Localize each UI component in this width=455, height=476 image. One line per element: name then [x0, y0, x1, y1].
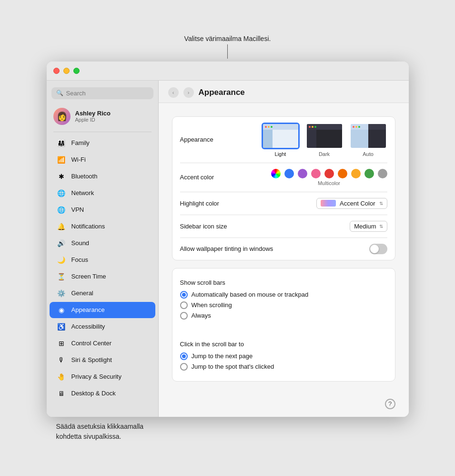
appearance-thumb-light[interactable] — [262, 123, 300, 149]
accent-row — [271, 169, 387, 178]
sidebar-icon-size-row: Sidebar icon size Medium ⇅ — [180, 215, 387, 238]
scroll-always-radio[interactable] — [180, 312, 188, 320]
sidebar-label-accessibility: Accessibility — [71, 323, 105, 330]
accessibility-icon: ♿ — [56, 321, 67, 332]
desktop-icon: 🖥 — [56, 388, 67, 399]
search-input[interactable] — [66, 90, 149, 97]
sidebar-user[interactable]: 👩 Ashley Rico Apple ID — [47, 104, 158, 129]
sidebar-item-notifications[interactable]: 🔔Notifications — [50, 218, 155, 235]
sidebar-item-desktop[interactable]: 🖥Desktop & Dock — [50, 385, 155, 402]
sidebar-label-siri: Siri & Spotlight — [71, 356, 112, 363]
sidebar-item-siri[interactable]: 🎙Siri & Spotlight — [50, 352, 155, 368]
accent-swatch-blue[interactable] — [284, 169, 294, 178]
callout-bottom: Säädä asetuksia klikkaamalla kohdetta si… — [56, 422, 144, 442]
sidebar-label-general: General — [71, 290, 93, 297]
appearance-option-light[interactable]: Light — [262, 123, 300, 157]
siri-icon: 🎙 — [56, 355, 67, 365]
accent-swatch-pink[interactable] — [311, 169, 321, 178]
sound-icon: 🔊 — [56, 238, 67, 248]
show-scroll-bars-label: Show scroll bars — [180, 279, 309, 286]
sidebar-item-screentime[interactable]: ⏳Screen Time — [50, 269, 155, 285]
sidebar-item-general[interactable]: ⚙️General — [50, 285, 155, 301]
general-icon: ⚙️ — [56, 288, 67, 299]
sidebar-label-vpn: VPN — [71, 206, 84, 213]
sidebar-label-wifi: Wi-Fi — [71, 156, 86, 163]
panel-title: Appearance — [199, 88, 245, 97]
bluetooth-icon: ✱ — [56, 171, 67, 182]
scroll-auto-radio[interactable] — [180, 291, 188, 299]
sidebar-item-focus[interactable]: 🌙Focus — [50, 252, 155, 268]
appearance-thumb-dark[interactable] — [305, 123, 344, 149]
click-scroll-bar-row: Click in the scroll bar to Jump to the n… — [180, 330, 387, 381]
scroll-bars-section: Show scroll bars Automatically based on … — [172, 268, 395, 382]
network-icon: 🌐 — [56, 188, 67, 198]
appearance-section: Appearance — [172, 116, 395, 260]
sidebar-item-privacy[interactable]: 🤚Privacy & Security — [50, 369, 155, 385]
sidebar-label-appearance: Appearance — [71, 306, 105, 313]
appearance-thumb-auto[interactable] — [349, 123, 387, 149]
callout-top: Valitse värimaailma Macillesi. — [184, 35, 271, 59]
highlight-color-value: Accent Color — [340, 200, 375, 207]
appearance-option-auto[interactable]: Auto — [349, 123, 387, 157]
click-clickspot-label: Jump to the spot that's clicked — [192, 363, 274, 370]
sidebar-icon-size-select[interactable]: Medium ⇅ — [350, 221, 387, 232]
sidebar-item-accessibility[interactable]: ♿Accessibility — [50, 319, 155, 335]
scroll-always-label: Always — [192, 312, 211, 319]
highlight-color-picker[interactable]: Accent Color ⇅ — [316, 198, 387, 209]
panel-bottom-area: ? — [159, 395, 409, 417]
sidebar-item-appearance[interactable]: ◉Appearance — [50, 302, 155, 318]
back-button[interactable]: ‹ — [168, 87, 179, 98]
scroll-scrolling-option[interactable]: When scrolling — [180, 301, 309, 309]
sidebar-item-vpn[interactable]: 🌐VPN — [50, 202, 155, 218]
user-name: Ashley Rico — [75, 110, 111, 117]
appearance-row: Appearance — [180, 117, 387, 163]
appearance-option-dark[interactable]: Dark — [305, 123, 344, 157]
close-button[interactable] — [53, 68, 60, 74]
maximize-button[interactable] — [73, 68, 80, 74]
screentime-icon: ⏳ — [56, 271, 67, 282]
scroll-scrolling-radio[interactable] — [180, 301, 188, 309]
sidebar-item-sound[interactable]: 🔊Sound — [50, 235, 155, 251]
sidebar: 🔍 👩 Ashley Rico Apple ID 👨‍👩‍👧Family📶Wi-… — [47, 81, 159, 417]
sidebar-icon-size-label: Sidebar icon size — [180, 223, 227, 230]
appearance-icon: ◉ — [56, 305, 67, 315]
click-nextpage-label: Jump to the next page — [192, 352, 253, 360]
vpn-icon: 🌐 — [56, 205, 67, 215]
accent-swatch-green[interactable] — [364, 169, 374, 178]
scroll-auto-option[interactable]: Automatically based on mouse or trackpad — [180, 291, 309, 299]
accent-swatch-yellow[interactable] — [351, 169, 361, 178]
accent-swatch-red[interactable] — [324, 169, 334, 178]
sidebar-item-bluetooth[interactable]: ✱Bluetooth — [50, 168, 155, 185]
accent-swatch-orange[interactable] — [338, 169, 347, 178]
accent-swatch-purple[interactable] — [298, 169, 307, 178]
page-wrapper: Valitse värimaailma Macillesi. 🔍 👩 Ashle… — [47, 35, 409, 442]
minimize-button[interactable] — [63, 68, 70, 74]
help-button[interactable]: ? — [385, 399, 395, 409]
notifications-icon: 🔔 — [56, 221, 67, 232]
click-clickspot-radio[interactable] — [180, 363, 188, 371]
sidebar-item-controlcenter[interactable]: ⊞Control Center — [50, 335, 155, 352]
click-nextpage-option[interactable]: Jump to the next page — [180, 352, 274, 360]
wallpaper-tinting-row: Allow wallpaper tinting in windows — [180, 238, 387, 260]
appearance-options: Light — [262, 123, 387, 157]
sidebar-item-wifi[interactable]: 📶Wi-Fi — [50, 152, 155, 168]
sidebar-label-family: Family — [71, 139, 90, 146]
sidebar-item-family[interactable]: 👨‍👩‍👧Family — [50, 135, 155, 151]
click-clickspot-option[interactable]: Jump to the spot that's clicked — [180, 363, 274, 371]
select-arrows-icon: ⇅ — [379, 224, 383, 229]
wallpaper-tinting-toggle[interactable] — [369, 244, 387, 254]
appearance-label: Appearance — [180, 136, 213, 143]
accent-swatch-graphite[interactable] — [378, 169, 387, 178]
forward-button[interactable]: › — [183, 87, 194, 98]
scroll-always-option[interactable]: Always — [180, 312, 309, 320]
search-bar[interactable]: 🔍 — [51, 87, 153, 99]
click-nextpage-radio[interactable] — [180, 352, 188, 360]
user-subtitle: Apple ID — [75, 117, 111, 123]
click-scroll-bar-label: Click in the scroll bar to — [180, 341, 274, 348]
accent-swatch-multicolor[interactable] — [271, 169, 281, 178]
panel-body: Appearance — [159, 103, 409, 395]
accent-selected-label: Multicolor — [318, 180, 340, 186]
user-info: Ashley Rico Apple ID — [75, 110, 111, 123]
sidebar-item-network[interactable]: 🌐Network — [50, 185, 155, 201]
sidebar-label-sound: Sound — [71, 239, 90, 247]
